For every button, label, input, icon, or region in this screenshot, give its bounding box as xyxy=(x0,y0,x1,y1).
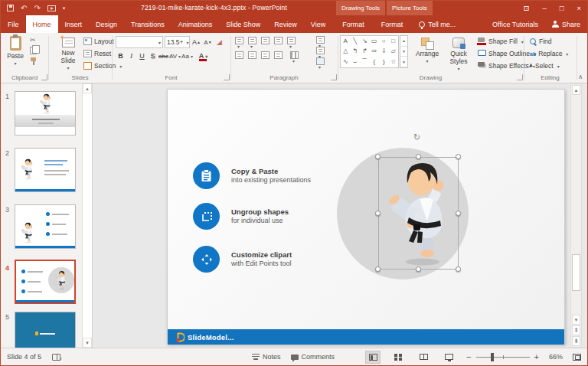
replace-button[interactable]: ab Replace xyxy=(530,47,568,60)
slide-sorter-view-button[interactable] xyxy=(390,351,406,364)
justify-icon[interactable] xyxy=(274,51,283,59)
scroll-up-icon[interactable]: ▲ xyxy=(572,85,580,95)
shape-scribble[interactable]: ∿ xyxy=(341,56,351,67)
fit-slide-to-window-icon[interactable] xyxy=(573,354,581,361)
slide-footer-bar[interactable]: SlideModel... xyxy=(168,329,564,345)
thumbnail-panel-scrollbar[interactable]: ▲ ▼ xyxy=(82,83,92,348)
shape-line[interactable]: ╲ xyxy=(351,36,361,46)
shape-elbow[interactable]: ↰ xyxy=(351,46,361,56)
spell-check-icon[interactable] xyxy=(52,354,60,361)
zoom-out-icon[interactable]: − xyxy=(466,353,471,361)
slideshow-view-button[interactable] xyxy=(441,351,456,364)
selection-handle-top-left[interactable] xyxy=(375,154,381,159)
text-shadow-button[interactable]: S xyxy=(148,51,158,61)
karate-character-clipart[interactable] xyxy=(381,160,458,267)
scroll-down-icon[interactable]: ▼ xyxy=(572,315,580,325)
shape-arrow[interactable]: ↘ xyxy=(360,36,370,46)
tab-transitions[interactable]: Transitions xyxy=(124,15,172,33)
notes-button[interactable]: Notes xyxy=(252,353,281,361)
convert-smartart-icon[interactable] xyxy=(316,57,325,65)
tab-insert[interactable]: Insert xyxy=(58,15,90,33)
tab-slide-show[interactable]: Slide Show xyxy=(219,15,267,33)
selection-handle-top-center[interactable] xyxy=(416,154,421,159)
select-button[interactable]: Select xyxy=(530,60,568,72)
start-slideshow-icon[interactable] xyxy=(47,5,56,11)
feature-item-ungroup[interactable]: Ungroup shapes for individual use xyxy=(193,203,289,230)
italic-button[interactable]: I xyxy=(126,51,136,61)
office-tutorials-button[interactable]: Office Tutorials xyxy=(485,15,545,33)
collapse-ribbon-icon[interactable]: ∧ xyxy=(578,74,583,80)
minimize-icon[interactable]: – xyxy=(542,4,546,12)
decrease-indent-icon[interactable] xyxy=(261,37,270,44)
previous-slide-icon[interactable]: ⇞ xyxy=(572,325,580,335)
shapes-scroll-down-icon[interactable]: ▼ xyxy=(400,47,407,57)
shape-curve[interactable]: ⌒ xyxy=(360,56,370,67)
shapes-scroll-up-icon[interactable]: ▲ xyxy=(400,36,407,47)
bold-button[interactable]: B xyxy=(116,51,126,61)
thumbnails-scroll-down-icon[interactable]: ▼ xyxy=(83,338,92,348)
comments-button[interactable]: Comments xyxy=(291,353,335,361)
zoom-level[interactable]: 66% xyxy=(549,353,563,361)
zoom-slider-track[interactable] xyxy=(476,353,530,361)
columns-icon[interactable] xyxy=(290,51,299,59)
thumbnails-scroll-up-icon[interactable]: ▲ xyxy=(83,83,92,93)
slide-thumbnail-1[interactable] xyxy=(15,91,76,136)
selection-handle-top-right[interactable] xyxy=(456,154,461,159)
selection-handle-middle-right[interactable] xyxy=(456,211,461,216)
feature-item-copy-paste[interactable]: Copy & Paste into existing presentations xyxy=(193,162,311,189)
save-icon[interactable] xyxy=(7,5,14,11)
align-left-icon[interactable] xyxy=(235,51,243,59)
tab-drawing-format[interactable]: Format xyxy=(335,15,371,33)
zoom-in-icon[interactable]: + xyxy=(534,353,539,361)
font-dialog-launcher[interactable] xyxy=(224,74,230,80)
close-icon[interactable]: × xyxy=(577,4,581,12)
shape-rectangle[interactable]: ▭ xyxy=(370,36,380,46)
selection-handle-bottom-left[interactable] xyxy=(375,266,381,272)
tab-animations[interactable]: Animations xyxy=(172,15,220,33)
shapes-more-icon[interactable]: ▼ xyxy=(400,57,407,67)
shape-textbox[interactable]: A xyxy=(341,36,351,46)
vertical-scrollbar[interactable]: ▲ ▼ ⇞ ⇟ xyxy=(570,83,582,348)
increase-indent-icon[interactable] xyxy=(274,37,283,44)
next-slide-icon[interactable]: ⇟ xyxy=(572,336,580,346)
shape-block-arrow-down[interactable]: ⇩ xyxy=(379,46,389,56)
shape-brace-left[interactable]: { xyxy=(370,56,380,67)
feature-item-customize[interactable]: Customize clipart with Edit Points tool xyxy=(193,246,292,273)
find-button[interactable]: Find xyxy=(530,35,568,47)
slide-thumbnail-5[interactable] xyxy=(15,312,76,348)
drawing-dialog-launcher[interactable] xyxy=(517,74,523,80)
arrange-button[interactable]: Arrange ▾ xyxy=(413,38,442,64)
font-name-combo[interactable]: ▾ xyxy=(116,36,163,48)
clear-formatting-icon[interactable]: ◢ xyxy=(214,37,224,47)
grow-font-button[interactable]: A▲ xyxy=(191,37,201,47)
align-right-icon[interactable] xyxy=(261,51,270,59)
slide-canvas[interactable]: Copy & Paste into existing presentations… xyxy=(167,89,565,344)
rotate-handle-icon[interactable]: ↻ xyxy=(413,132,420,142)
slide-thumbnail-3[interactable] xyxy=(15,204,76,249)
selection-handle-bottom-center[interactable] xyxy=(416,266,421,272)
shape-parallelogram[interactable]: ▱ xyxy=(389,46,399,56)
maximize-icon[interactable]: □ xyxy=(560,4,564,12)
redo-icon[interactable]: ↷ xyxy=(34,5,40,12)
shape-oval[interactable]: ○ xyxy=(379,36,389,46)
character-spacing-button[interactable]: AV xyxy=(169,51,181,61)
numbering-icon[interactable] xyxy=(248,37,256,44)
shape-elbow-arrow[interactable]: ↱ xyxy=(360,46,370,56)
zoom-slider-thumb[interactable] xyxy=(491,353,494,361)
reading-view-button[interactable] xyxy=(416,351,431,364)
format-painter-icon[interactable] xyxy=(30,57,38,65)
cut-icon[interactable]: ✂ xyxy=(30,37,38,44)
slide-thumbnail-4[interactable] xyxy=(15,260,76,304)
align-text-icon[interactable] xyxy=(316,47,325,54)
undo-icon[interactable]: ↶ xyxy=(21,5,27,12)
tab-file[interactable]: File xyxy=(1,15,26,33)
tab-design[interactable]: Design xyxy=(89,15,124,33)
change-case-button[interactable]: Aa xyxy=(181,51,193,61)
tab-view[interactable]: View xyxy=(304,15,332,33)
paste-button[interactable]: Paste ▾ xyxy=(4,36,27,67)
bullets-icon[interactable] xyxy=(235,37,243,44)
copy-icon[interactable] xyxy=(30,47,37,54)
customize-qat-icon[interactable]: ▾ xyxy=(63,5,66,11)
clipboard-dialog-launcher[interactable] xyxy=(41,74,47,80)
shape-brace-right[interactable]: } xyxy=(379,56,389,67)
